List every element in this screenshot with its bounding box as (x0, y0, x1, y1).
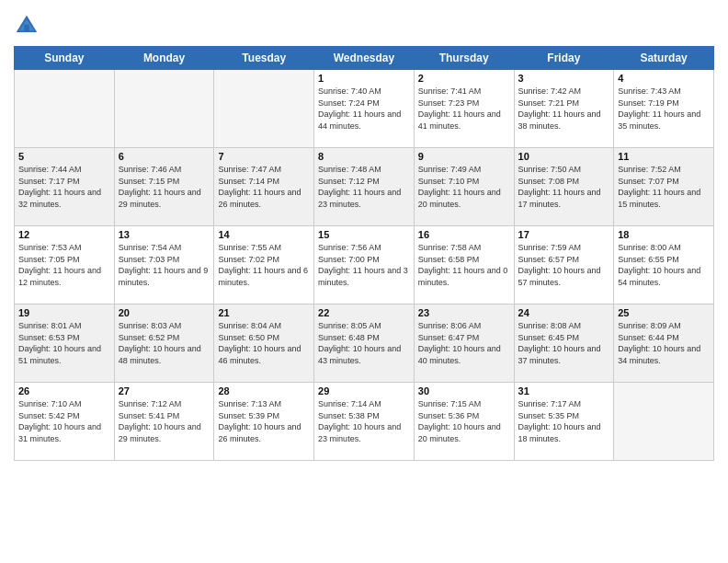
day-number: 28 (218, 385, 310, 396)
day-info: Sunrise: 8:08 AMSunset: 6:45 PMDaylight:… (518, 320, 610, 366)
day-number: 31 (518, 385, 610, 396)
day-info: Sunrise: 7:47 AMSunset: 7:14 PMDaylight:… (218, 164, 310, 210)
calendar-day-cell: 27Sunrise: 7:12 AMSunset: 5:41 PMDayligh… (114, 383, 214, 461)
day-number: 7 (218, 151, 310, 162)
day-number: 17 (518, 229, 610, 240)
calendar-page: SundayMondayTuesdayWednesdayThursdayFrid… (0, 0, 728, 563)
calendar-day-cell: 1Sunrise: 7:40 AMSunset: 7:24 PMDaylight… (314, 70, 415, 148)
calendar-day-cell: 10Sunrise: 7:50 AMSunset: 7:08 PMDayligh… (514, 148, 614, 226)
day-info: Sunrise: 8:03 AMSunset: 6:52 PMDaylight:… (119, 320, 210, 366)
day-number: 22 (318, 307, 410, 318)
day-number: 16 (418, 229, 510, 240)
weekday-header-wednesday: Wednesday (314, 47, 415, 70)
day-number: 4 (618, 73, 710, 84)
day-number: 18 (618, 229, 710, 240)
day-number: 27 (119, 385, 210, 396)
calendar-day-cell: 26Sunrise: 7:10 AMSunset: 5:42 PMDayligh… (15, 383, 115, 461)
day-number: 10 (518, 151, 610, 162)
day-number: 20 (119, 307, 210, 318)
day-info: Sunrise: 8:00 AMSunset: 6:55 PMDaylight:… (618, 242, 710, 288)
calendar-day-cell: 11Sunrise: 7:52 AMSunset: 7:07 PMDayligh… (614, 148, 714, 226)
day-info: Sunrise: 8:06 AMSunset: 6:47 PMDaylight:… (418, 320, 510, 366)
calendar-day-cell: 24Sunrise: 8:08 AMSunset: 6:45 PMDayligh… (514, 304, 614, 383)
calendar-day-cell (214, 70, 314, 148)
calendar-day-cell: 29Sunrise: 7:14 AMSunset: 5:38 PMDayligh… (314, 383, 415, 461)
logo-icon (14, 13, 40, 39)
calendar-day-cell: 13Sunrise: 7:54 AMSunset: 7:03 PMDayligh… (114, 226, 214, 304)
weekday-header-friday: Friday (514, 47, 614, 70)
weekday-header-sunday: Sunday (15, 47, 115, 70)
calendar-week-row: 19Sunrise: 8:01 AMSunset: 6:53 PMDayligh… (15, 304, 714, 383)
day-number: 11 (618, 151, 710, 162)
calendar-day-cell: 7Sunrise: 7:47 AMSunset: 7:14 PMDaylight… (214, 148, 314, 226)
day-info: Sunrise: 7:12 AMSunset: 5:41 PMDaylight:… (119, 398, 210, 444)
calendar-day-cell: 14Sunrise: 7:55 AMSunset: 7:02 PMDayligh… (214, 226, 314, 304)
day-number: 2 (418, 73, 510, 84)
day-info: Sunrise: 7:42 AMSunset: 7:21 PMDaylight:… (518, 86, 610, 132)
calendar-table: SundayMondayTuesdayWednesdayThursdayFrid… (14, 46, 714, 461)
day-info: Sunrise: 7:14 AMSunset: 5:38 PMDaylight:… (318, 398, 410, 444)
day-info: Sunrise: 7:41 AMSunset: 7:23 PMDaylight:… (418, 86, 510, 132)
day-number: 24 (518, 307, 610, 318)
calendar-day-cell: 19Sunrise: 8:01 AMSunset: 6:53 PMDayligh… (15, 304, 115, 383)
day-number: 3 (518, 73, 610, 84)
calendar-day-cell: 2Sunrise: 7:41 AMSunset: 7:23 PMDaylight… (414, 70, 514, 148)
calendar-day-cell: 6Sunrise: 7:46 AMSunset: 7:15 PMDaylight… (114, 148, 214, 226)
day-info: Sunrise: 7:46 AMSunset: 7:15 PMDaylight:… (119, 164, 210, 210)
calendar-day-cell: 17Sunrise: 7:59 AMSunset: 6:57 PMDayligh… (514, 226, 614, 304)
calendar-week-row: 1Sunrise: 7:40 AMSunset: 7:24 PMDaylight… (15, 70, 714, 148)
svg-rect-2 (24, 25, 29, 32)
day-info: Sunrise: 7:15 AMSunset: 5:36 PMDaylight:… (418, 398, 510, 444)
calendar-day-cell: 28Sunrise: 7:13 AMSunset: 5:39 PMDayligh… (214, 383, 314, 461)
calendar-day-cell: 8Sunrise: 7:48 AMSunset: 7:12 PMDaylight… (314, 148, 415, 226)
day-info: Sunrise: 7:49 AMSunset: 7:10 PMDaylight:… (418, 164, 510, 210)
day-info: Sunrise: 8:05 AMSunset: 6:48 PMDaylight:… (318, 320, 410, 366)
day-info: Sunrise: 7:54 AMSunset: 7:03 PMDaylight:… (119, 242, 210, 288)
weekday-header-tuesday: Tuesday (214, 47, 314, 70)
calendar-day-cell (114, 70, 214, 148)
day-info: Sunrise: 7:52 AMSunset: 7:07 PMDaylight:… (618, 164, 710, 210)
day-number: 1 (318, 73, 410, 84)
day-number: 13 (119, 229, 210, 240)
day-number: 19 (18, 307, 110, 318)
day-info: Sunrise: 7:55 AMSunset: 7:02 PMDaylight:… (218, 242, 310, 288)
calendar-week-row: 12Sunrise: 7:53 AMSunset: 7:05 PMDayligh… (15, 226, 714, 304)
calendar-day-cell: 18Sunrise: 8:00 AMSunset: 6:55 PMDayligh… (614, 226, 714, 304)
calendar-week-row: 5Sunrise: 7:44 AMSunset: 7:17 PMDaylight… (15, 148, 714, 226)
calendar-day-cell: 9Sunrise: 7:49 AMSunset: 7:10 PMDaylight… (414, 148, 514, 226)
day-number: 8 (318, 151, 410, 162)
calendar-day-cell: 16Sunrise: 7:58 AMSunset: 6:58 PMDayligh… (414, 226, 514, 304)
day-info: Sunrise: 7:48 AMSunset: 7:12 PMDaylight:… (318, 164, 410, 210)
weekday-header-thursday: Thursday (414, 47, 514, 70)
calendar-day-cell: 15Sunrise: 7:56 AMSunset: 7:00 PMDayligh… (314, 226, 415, 304)
weekday-header-row: SundayMondayTuesdayWednesdayThursdayFrid… (15, 47, 714, 70)
calendar-day-cell: 21Sunrise: 8:04 AMSunset: 6:50 PMDayligh… (214, 304, 314, 383)
day-info: Sunrise: 8:01 AMSunset: 6:53 PMDaylight:… (18, 320, 110, 366)
day-number: 6 (119, 151, 210, 162)
day-info: Sunrise: 7:17 AMSunset: 5:35 PMDaylight:… (518, 398, 610, 444)
calendar-day-cell: 25Sunrise: 8:09 AMSunset: 6:44 PMDayligh… (614, 304, 714, 383)
calendar-day-cell (15, 70, 115, 148)
day-info: Sunrise: 7:56 AMSunset: 7:00 PMDaylight:… (318, 242, 410, 288)
day-info: Sunrise: 7:44 AMSunset: 7:17 PMDaylight:… (18, 164, 110, 210)
calendar-day-cell: 23Sunrise: 8:06 AMSunset: 6:47 PMDayligh… (414, 304, 514, 383)
calendar-day-cell: 22Sunrise: 8:05 AMSunset: 6:48 PMDayligh… (314, 304, 415, 383)
day-info: Sunrise: 8:04 AMSunset: 6:50 PMDaylight:… (218, 320, 310, 366)
day-number: 5 (18, 151, 110, 162)
day-number: 9 (418, 151, 510, 162)
day-number: 30 (418, 385, 510, 396)
calendar-day-cell: 20Sunrise: 8:03 AMSunset: 6:52 PMDayligh… (114, 304, 214, 383)
day-number: 29 (318, 385, 410, 396)
day-info: Sunrise: 7:50 AMSunset: 7:08 PMDaylight:… (518, 164, 610, 210)
weekday-header-saturday: Saturday (614, 47, 714, 70)
weekday-header-monday: Monday (114, 47, 214, 70)
day-number: 12 (18, 229, 110, 240)
day-number: 23 (418, 307, 510, 318)
calendar-day-cell: 30Sunrise: 7:15 AMSunset: 5:36 PMDayligh… (414, 383, 514, 461)
calendar-day-cell: 5Sunrise: 7:44 AMSunset: 7:17 PMDaylight… (15, 148, 115, 226)
calendar-day-cell: 12Sunrise: 7:53 AMSunset: 7:05 PMDayligh… (15, 226, 115, 304)
calendar-day-cell (614, 383, 714, 461)
day-number: 14 (218, 229, 310, 240)
day-info: Sunrise: 7:40 AMSunset: 7:24 PMDaylight:… (318, 86, 410, 132)
day-info: Sunrise: 7:43 AMSunset: 7:19 PMDaylight:… (618, 86, 710, 132)
